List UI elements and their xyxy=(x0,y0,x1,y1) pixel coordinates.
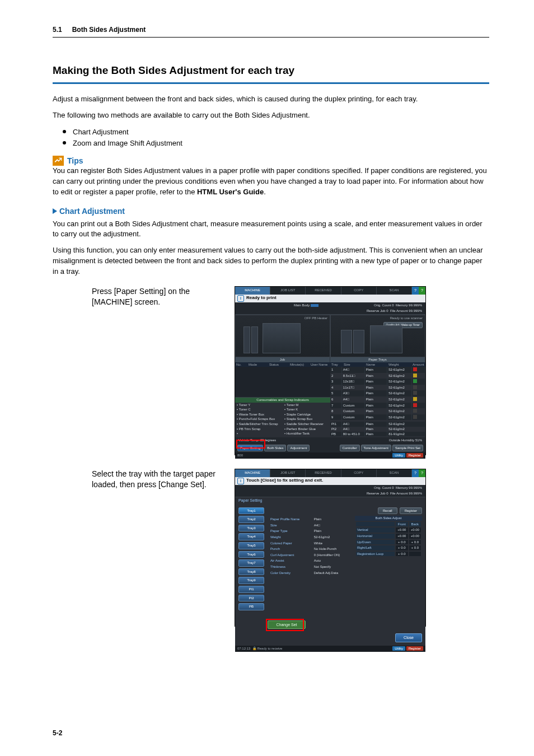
tips-text: You can register Both Sides Adjustment v… xyxy=(53,166,489,198)
sample-print-button[interactable]: Sample Print Set xyxy=(392,445,423,452)
tray-row[interactable]: 28.5x11□Plain52-61g/m2 xyxy=(330,373,425,379)
tab-copy[interactable]: COPY xyxy=(341,469,377,477)
tray-row[interactable]: 8CustomPlain52-61g/m2 xyxy=(330,408,425,414)
profile-row: Paper TypePlain xyxy=(269,529,350,534)
tray-select-button[interactable]: Tray2 xyxy=(238,516,264,523)
method-item: Zoom and Image Shift Adjustment xyxy=(63,138,489,149)
info-badge-icon: i xyxy=(237,295,244,302)
utility-button[interactable]: Utility xyxy=(392,646,405,651)
consumable-item: • xyxy=(235,431,283,436)
tab-scan[interactable]: SCAN xyxy=(377,469,412,477)
paper-setting-label: Paper Setting xyxy=(235,497,425,504)
tray-row[interactable]: 1A4□Plain52-61g/m2 xyxy=(330,367,425,373)
register-button[interactable]: Register xyxy=(406,646,423,651)
chart-para-2: Using this function, you can only enter … xyxy=(53,245,489,277)
tray-row[interactable]: 312x18□Plain52-61g/m2 xyxy=(330,379,425,385)
tone-adj-button[interactable]: Tone Adjustment xyxy=(361,445,391,452)
bsa-row: Right/Left+ 0.0+ 0.0 xyxy=(356,545,421,550)
profile-row: Curl Adjustment0 (Humidifier ON) xyxy=(269,553,350,558)
help-icon[interactable]: ? xyxy=(412,287,419,295)
tray-select-button[interactable]: Tray9 xyxy=(238,577,264,584)
tray-select-button[interactable]: Tray8 xyxy=(238,568,264,576)
profile-row: ThicknessNot Specify xyxy=(269,564,350,570)
header-rule xyxy=(53,37,489,38)
consumable-item: • PB Trim Scrap xyxy=(235,427,283,432)
consumable-item: • Saddle Stitcher Receiver xyxy=(283,422,330,427)
bsa-row: Registration Loop+ 0.0 xyxy=(356,552,421,557)
pi-row: PI2A4□Plain52-61g/m2 xyxy=(330,427,425,432)
tray-select-button[interactable]: Tray6 xyxy=(238,551,264,558)
consumable-item: • Punch+Fold Scraps Box xyxy=(235,417,283,422)
tray-select-button[interactable]: Tray4 xyxy=(238,533,264,540)
tray-row[interactable]: 7CustomPlain52-61g/m2 xyxy=(330,403,425,409)
profile-row: PunchNo Hole-Punch xyxy=(269,547,350,552)
tray-row[interactable]: 411x17□Plain52-61g/m2 xyxy=(330,385,425,391)
pi-row: PI1A4□Plain52-61g/m2 xyxy=(330,422,425,427)
register-button[interactable]: Register xyxy=(400,507,422,515)
both-sides-button[interactable]: Both Sides xyxy=(264,445,286,452)
consumable-item: • SaddleStitcher Trim Scrap xyxy=(235,422,283,427)
consumable-item: • Toner K xyxy=(283,407,330,412)
close-button[interactable]: Close xyxy=(395,633,422,642)
consumable-item: • Staple Cartridge xyxy=(283,412,330,417)
info-icon[interactable]: ? xyxy=(419,287,425,295)
highlight-box xyxy=(236,440,265,449)
chart-para-1: You can print out a Both Sides Adjustmen… xyxy=(53,219,489,240)
paper-trays-head: Paper Trays xyxy=(330,357,425,362)
tray-row[interactable]: 6A4□Plain52-61g/m2 xyxy=(330,396,425,403)
status-text: Ready to print xyxy=(246,296,277,301)
tab-received[interactable]: RECEIVED xyxy=(306,469,341,477)
tray-select-button[interactable]: PI1 xyxy=(238,586,264,593)
info-badge-icon: i xyxy=(237,478,244,484)
profile-row: Color DensityDefault Adj.Data xyxy=(269,571,350,576)
bsa-row: Horizontal+0.00+0.00 xyxy=(356,534,421,539)
tab-scan[interactable]: SCAN xyxy=(377,287,412,295)
tray-select-button[interactable]: Tray1 xyxy=(238,507,264,515)
utility-button[interactable]: Utility xyxy=(392,453,405,458)
bsa-row: Vertical+0.00+0.00 xyxy=(356,528,421,533)
intro-2: The following two methods are available … xyxy=(53,110,489,121)
bsa-row: Up/Down+ 0.0+ 0.0 xyxy=(356,540,421,545)
controller-button[interactable]: Controller xyxy=(340,445,360,452)
tab-received[interactable]: RECEIVED xyxy=(306,287,341,295)
tray-row[interactable]: 9CustomPlain52-61g/m2 xyxy=(330,414,425,421)
intro-1: Adjust a misalignment between the front … xyxy=(53,94,489,105)
tab-job-list[interactable]: JOB LIST xyxy=(270,287,306,295)
info-icon[interactable]: ? xyxy=(419,469,425,477)
machine-screen: MACHINE JOB LIST RECEIVED COPY SCAN ? ? … xyxy=(235,286,426,455)
step-1-text: Press [Paper Setting] on the [MACHINE] s… xyxy=(53,286,223,455)
tab-machine[interactable]: MACHINE xyxy=(235,469,270,477)
tab-job-list[interactable]: JOB LIST xyxy=(270,469,306,477)
tray-select-button[interactable]: Tray5 xyxy=(238,542,264,549)
page-heading: Making the Both Sides Adjustment for eac… xyxy=(53,64,489,77)
tray-row[interactable]: 5A3□Plain52-61g/m2 xyxy=(330,390,425,396)
register-button[interactable]: Register xyxy=(406,453,423,458)
tray-select-button[interactable]: PI2 xyxy=(238,595,264,602)
tab-machine[interactable]: MACHINE xyxy=(235,287,270,295)
page-number: 5-2 xyxy=(53,729,62,737)
section-number: 5.1 xyxy=(53,26,62,34)
consumable-item: • Waste Toner Box xyxy=(235,412,283,417)
tray-select-button[interactable]: Tray7 xyxy=(238,559,264,567)
profile-row: Air AssistAuto xyxy=(269,558,350,563)
tips-label: Tips xyxy=(67,156,83,165)
consumable-item: • Perfect Binder Glue xyxy=(283,427,330,432)
tab-copy[interactable]: COPY xyxy=(341,287,377,295)
method-item: Chart Adjustment xyxy=(63,127,489,138)
adjustment-button[interactable]: Adjustment xyxy=(287,445,310,452)
ready-scan-label: Ready to use scanner xyxy=(390,316,423,320)
accent-bar xyxy=(53,82,489,84)
consumable-item: • Toner Y xyxy=(235,403,283,408)
highlight-box xyxy=(266,619,304,631)
profile-row: Colored PaperWhite xyxy=(269,541,350,546)
tray-select-button[interactable]: Tray3 xyxy=(238,525,264,532)
profile-row: Weight52-61g/m2 xyxy=(269,535,350,540)
section-title: Both Sides Adjustment xyxy=(72,26,146,34)
profile-row: SizeA4□ xyxy=(269,523,350,528)
help-icon[interactable]: ? xyxy=(412,469,419,477)
subheading-chart-adjustment: Chart Adjustment xyxy=(53,207,489,216)
recall-button[interactable]: Recall xyxy=(378,507,397,515)
consumable-item: • Humidifier Tank xyxy=(283,431,330,436)
step-2-text: Select the tray with the target paper lo… xyxy=(53,469,223,627)
tray-select-button[interactable]: PB xyxy=(238,603,264,610)
